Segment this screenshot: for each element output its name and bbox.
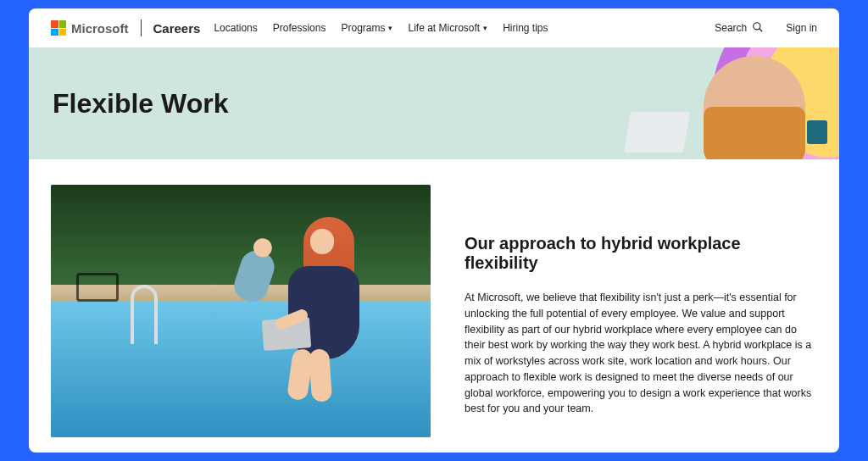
chevron-down-icon: ▾ <box>483 24 487 32</box>
chevron-down-icon: ▾ <box>388 24 392 32</box>
hero-banner: Flexible Work <box>29 47 839 159</box>
nav-hiring-tips[interactable]: Hiring tips <box>503 22 548 34</box>
main-text-block: Our approach to hybrid workplace flexibi… <box>465 185 817 453</box>
microsoft-wordmark: Microsoft <box>71 21 129 36</box>
section-heading: Our approach to hybrid workplace flexibi… <box>465 234 817 273</box>
primary-nav: Locations Professions Programs ▾ Life at… <box>214 22 548 34</box>
nav-programs-label: Programs <box>341 22 385 34</box>
header-divider <box>141 19 142 36</box>
hero-illustration <box>653 47 839 159</box>
header-right: Search Sign in <box>715 21 817 36</box>
microsoft-logo[interactable]: Microsoft <box>51 20 129 36</box>
nav-hiring-tips-label: Hiring tips <box>503 22 548 34</box>
search-icon <box>752 21 764 36</box>
nav-locations[interactable]: Locations <box>214 22 257 34</box>
nav-professions[interactable]: Professions <box>273 22 326 34</box>
page-title: Flexible Work <box>53 88 228 119</box>
careers-home-link[interactable]: Careers <box>153 21 201 36</box>
svg-line-1 <box>760 28 763 31</box>
nav-locations-label: Locations <box>214 22 257 34</box>
nav-life-label: Life at Microsoft <box>408 22 480 34</box>
microsoft-logo-icon <box>51 20 66 36</box>
nav-life-at-microsoft[interactable]: Life at Microsoft ▾ <box>408 22 487 34</box>
search-label: Search <box>715 22 747 34</box>
nav-professions-label: Professions <box>273 22 326 34</box>
page-frame: Microsoft Careers Locations Professions … <box>29 8 839 453</box>
global-header: Microsoft Careers Locations Professions … <box>29 8 839 47</box>
main-content: Our approach to hybrid workplace flexibi… <box>29 159 839 453</box>
section-body: At Microsoft, we believe that flexibilit… <box>465 290 817 417</box>
nav-programs[interactable]: Programs ▾ <box>341 22 392 34</box>
sign-in-link[interactable]: Sign in <box>786 22 817 34</box>
search-button[interactable]: Search <box>715 21 764 36</box>
svg-point-0 <box>754 22 760 29</box>
hybrid-work-image <box>51 185 431 437</box>
